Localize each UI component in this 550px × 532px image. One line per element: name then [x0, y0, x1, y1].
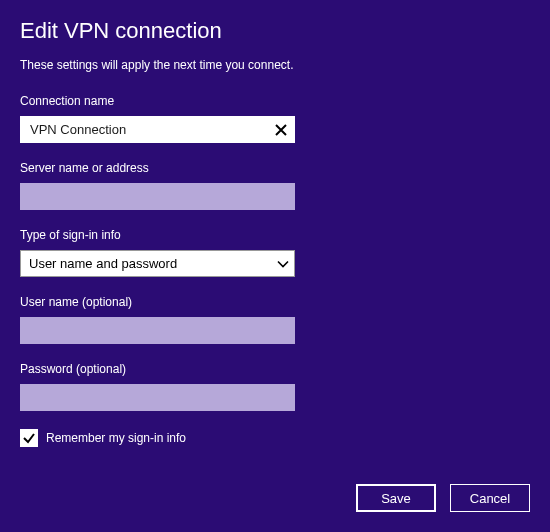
page-subtitle: These settings will apply the next time …	[20, 58, 530, 72]
cancel-button[interactable]: Cancel	[450, 484, 530, 512]
signin-type-label: Type of sign-in info	[20, 228, 530, 242]
server-input[interactable]	[20, 183, 295, 210]
connection-name-label: Connection name	[20, 94, 530, 108]
username-label: User name (optional)	[20, 295, 530, 309]
save-button[interactable]: Save	[356, 484, 436, 512]
password-label: Password (optional)	[20, 362, 530, 376]
connection-name-input[interactable]	[20, 116, 295, 143]
password-input[interactable]	[20, 384, 295, 411]
remember-label: Remember my sign-in info	[46, 431, 186, 445]
server-label: Server name or address	[20, 161, 530, 175]
remember-checkbox[interactable]	[20, 429, 38, 447]
page-title: Edit VPN connection	[20, 18, 530, 44]
checkmark-icon	[22, 431, 36, 445]
signin-type-select[interactable]: User name and password	[20, 250, 295, 277]
signin-type-value: User name and password	[29, 256, 177, 271]
username-input[interactable]	[20, 317, 295, 344]
clear-icon[interactable]	[269, 118, 293, 142]
